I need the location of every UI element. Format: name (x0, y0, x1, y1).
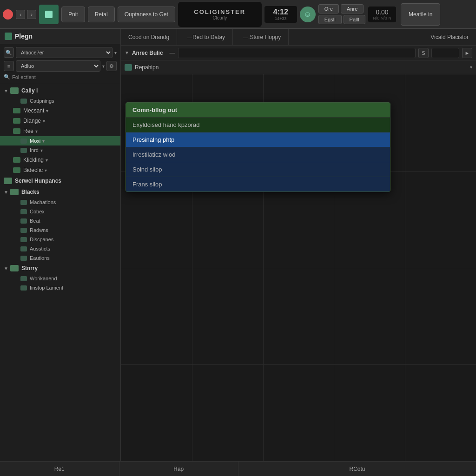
tree-item-inrd[interactable]: Inrd ▾ (0, 145, 120, 155)
minus-button[interactable]: — (170, 50, 175, 56)
tree-section-stnrry[interactable]: ▼ Stnrry (0, 263, 120, 274)
dropdown-item-label: Irrestilaticz wlod (132, 151, 175, 158)
dropdown-item-presinalng[interactable]: Presinalng phtp (126, 132, 390, 147)
dropdown-item-label: Frans sllop (132, 181, 162, 188)
filter-input-2[interactable] (431, 48, 459, 58)
meter-display: 0.00 N/8 N/8 N (368, 7, 396, 22)
tree-item-radwns[interactable]: Radwns (0, 225, 120, 235)
anre-button[interactable]: Anre (341, 4, 364, 13)
btn3[interactable]: Ouptaness to Get (118, 7, 175, 22)
item-label: Radwns (30, 227, 48, 233)
tree-item-ree[interactable]: Ree ▾ (0, 126, 120, 136)
time-main: 4:12 (273, 8, 288, 16)
dropdown-item-comn[interactable]: Comn-bllog out (126, 103, 390, 118)
tree-item-moxi[interactable]: Moxi ▾ (0, 136, 120, 145)
close-button[interactable] (3, 9, 13, 20)
select-row-2: ≡ Adluo ▾ ⚙ (4, 60, 117, 72)
item-icon (20, 200, 27, 205)
tree-item-machations[interactable]: Machations (0, 198, 120, 207)
section-stnrry-label: Stnrry (21, 265, 38, 271)
select-2-arrow: ▾ (102, 64, 105, 69)
tree-item-aussticts[interactable]: Aussticts (0, 244, 120, 253)
filter-input-1[interactable] (178, 48, 416, 58)
bottom-btn-rap[interactable]: Rap (119, 462, 239, 476)
svg-rect-0 (45, 11, 53, 18)
filter-icon-btn-1[interactable]: S (418, 48, 429, 58)
arrow-icon: ▾ (40, 148, 43, 153)
tree-item-bidecfic[interactable]: Bidecfic ▾ (0, 165, 120, 175)
chevron-down-icon: ▼ (125, 50, 129, 55)
section-cally-label: Cally l (21, 87, 38, 94)
filter-icon-btn-2[interactable]: ► (462, 48, 472, 58)
last-button[interactable]: Meatile in (401, 3, 440, 26)
center-title: COLIGINSTER (194, 8, 245, 15)
tab-label: Vicald Placistor (430, 34, 469, 40)
sidebar: Plegn 🔍 Alboce7er ▾ ≡ Adluo ▾ ⚙ 🔍 Fol ec… (0, 29, 121, 461)
item-label: Mecsant (23, 107, 44, 114)
grid-row-2 (121, 268, 476, 268)
tree-item-klickling[interactable]: Klickling ▾ (0, 155, 120, 165)
tree-item-iinstop[interactable]: Iinstop Lament (0, 283, 120, 292)
bottom-btn-re1[interactable]: Re1 (0, 462, 119, 476)
pallt-button[interactable]: Pallt (344, 15, 365, 24)
bottom-btn-rcotu[interactable]: RCotu (238, 462, 476, 476)
nav-back-button[interactable]: ‹ (16, 10, 25, 19)
tab-store[interactable]: — .Store Hoppy (233, 29, 289, 45)
dropdown-item-frans[interactable]: Frans sllop (126, 177, 390, 192)
ore-button[interactable]: Ore (318, 4, 339, 13)
section-blacks-label: Blacks (21, 189, 40, 195)
dropdown-item-label: Exyldcised hano kpzorad (132, 121, 200, 128)
item-icon (13, 167, 20, 173)
tree-item-cattpnings[interactable]: Cattpnings (0, 96, 120, 106)
select-2[interactable]: Adluo (16, 60, 100, 72)
sidebar-title: Plegn (15, 33, 33, 40)
chevron-down-icon: ▼ (4, 88, 8, 93)
sidebar-config-btn[interactable]: ⚙ (106, 61, 117, 71)
search-icon-btn[interactable]: 🔍 (4, 47, 14, 58)
search-row: 🔍 Fol ectient (4, 74, 117, 80)
tree-item-beat[interactable]: Beat (0, 216, 120, 225)
subbar-icon (125, 64, 132, 71)
chevron-down-icon: ▼ (4, 266, 8, 271)
tab-red[interactable]: — Red to Datay (177, 29, 233, 45)
tree-section-serwel[interactable]: Serwel Hunpancs (0, 175, 120, 186)
tabs-spacer (289, 29, 423, 45)
tab-vicald[interactable]: Vicald Placistor (423, 29, 476, 45)
arrow-icon: ▾ (35, 129, 38, 134)
grid-row-3 (121, 364, 476, 365)
tree-item-eautions[interactable]: Eautions (0, 253, 120, 263)
nav-forward-button[interactable]: › (27, 10, 36, 19)
btn1[interactable]: Pnit (61, 7, 85, 22)
sidebar-icon-btn-2[interactable]: ≡ (4, 61, 14, 71)
section-icon (10, 87, 19, 94)
time-display: 4:12 14+33 (264, 6, 297, 23)
tree-section-blacks[interactable]: ▼ Blacks (0, 186, 120, 198)
tree-item-diange[interactable]: Diange ▾ (0, 116, 120, 126)
item-icon (20, 276, 27, 281)
tab-label: .Store Hoppy (248, 34, 281, 40)
dropdown-item-irrest[interactable]: Irrestilaticz wlod (126, 147, 390, 162)
item-label: Machations (30, 199, 56, 205)
dash-icon: — (243, 34, 248, 40)
avatar[interactable]: ☺ (300, 7, 316, 22)
arrow-icon: ▾ (43, 119, 45, 124)
item-label: Discpanes (30, 237, 53, 242)
tab-cood[interactable]: Cood on Drandg (121, 29, 177, 45)
item-icon (20, 148, 27, 153)
item-label: Bidecfic (23, 167, 43, 173)
grid-col-4 (405, 74, 405, 461)
tree-item-discpanes[interactable]: Discpanes (0, 235, 120, 244)
tree-item-cobex[interactable]: Cobex (0, 207, 120, 216)
item-label: Eautions (30, 255, 50, 261)
dropdown-item-soind[interactable]: Soind sllop (126, 162, 390, 177)
egsll-button[interactable]: Egsll (318, 15, 342, 24)
btn2[interactable]: Retal (88, 7, 115, 22)
tree-item-worikanend[interactable]: Worikanend (0, 274, 120, 283)
meter-val: 0.00 (376, 8, 388, 16)
tree-item-mecsant[interactable]: Mecsant ▾ (0, 106, 120, 116)
tree-section-cally[interactable]: ▼ Cally l (0, 85, 120, 96)
dropdown-item-exyld[interactable]: Exyldcised hano kpzorad (126, 118, 390, 132)
item-label: Cobex (30, 209, 45, 214)
time-sub: 14+33 (275, 16, 286, 21)
select-1[interactable]: Alboce7er (16, 47, 112, 58)
